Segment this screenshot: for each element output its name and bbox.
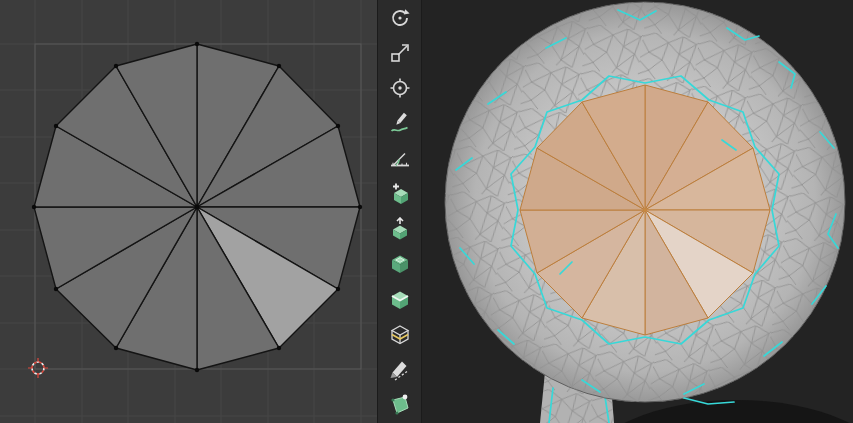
tool-inset-faces-button[interactable] xyxy=(378,247,421,282)
tool-add-cube-button[interactable] xyxy=(378,176,421,211)
poly-build-icon xyxy=(388,393,412,417)
tool-annotate-button[interactable] xyxy=(378,106,421,141)
blender-window xyxy=(0,0,853,423)
toolbar xyxy=(378,0,422,423)
scale-icon xyxy=(388,41,412,65)
bevel-icon xyxy=(388,288,412,312)
measure-icon xyxy=(388,147,412,171)
tool-rotate-button[interactable] xyxy=(378,0,421,35)
add-cube-icon xyxy=(388,182,412,206)
viewport-3d-canvas[interactable] xyxy=(422,0,853,423)
tool-extrude-region-button[interactable] xyxy=(378,212,421,247)
rotate-icon xyxy=(388,6,412,30)
tool-loop-cut-button[interactable] xyxy=(378,317,421,352)
knife-icon xyxy=(388,358,412,382)
fan-center-vertex[interactable] xyxy=(643,208,647,212)
tool-bevel-button[interactable] xyxy=(378,282,421,317)
extrude-region-icon xyxy=(388,217,412,241)
uv-editor-panel[interactable] xyxy=(0,0,378,423)
tool-scale-button[interactable] xyxy=(378,35,421,70)
uv-2d-cursor-icon[interactable] xyxy=(28,358,48,378)
tool-knife-button[interactable] xyxy=(378,353,421,388)
uv-editor-canvas[interactable] xyxy=(0,0,377,423)
tool-poly-build-button[interactable] xyxy=(378,388,421,423)
tool-measure-button[interactable] xyxy=(378,141,421,176)
viewport-3d-panel[interactable] xyxy=(422,0,853,423)
tool-transform-button[interactable] xyxy=(378,71,421,106)
annotate-pencil-icon xyxy=(388,111,412,135)
loop-cut-icon xyxy=(388,323,412,347)
inset-faces-icon xyxy=(388,252,412,276)
transform-icon xyxy=(388,76,412,100)
